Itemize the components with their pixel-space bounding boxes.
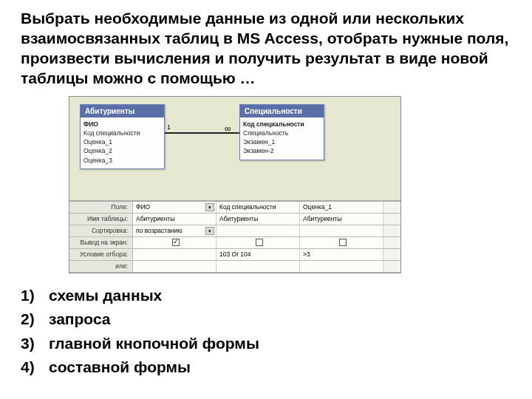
grid-cell[interactable]: >3 [300,249,383,260]
table-box-abiturienty: Абитуриенты ФИО Код специальности Оценка… [80,104,165,170]
field: Специальность [243,129,321,137]
answer-number: 2) [21,307,49,332]
answer-list: 1) схемы данных 2) запроса 3) главной кн… [21,284,511,380]
grid-cell[interactable] [300,225,383,236]
grid-row-sort: Сортировка: по возрастанию▾ [69,225,400,237]
checkbox-icon[interactable] [172,239,180,246]
field-list: Код специальности Специальность Экзамен_… [240,117,324,160]
cell-text: ФИО [136,203,150,211]
answer-number: 4) [21,355,49,380]
answer-option: 3) главной кнопочной формы [21,332,511,356]
cell-text: по возрастанию [136,227,183,234]
answer-number: 3) [21,332,49,356]
access-screenshot: Абитуриенты ФИО Код специальности Оценка… [69,96,401,273]
checkbox-icon[interactable] [339,239,347,246]
grid-label: Вывод на экран: [69,237,133,248]
checkbox-icon[interactable] [256,239,263,246]
question-text: Выбрать необходимые данные из одной или … [21,9,511,89]
grid-label: Условие отбора: [69,249,133,260]
grid-cell[interactable]: 103 Or 104 [216,249,300,260]
query-grid: Поле: ФИО▾ Код специальности Оценка_1 Им… [69,200,400,273]
grid-cell[interactable] [216,237,300,248]
field: Код специальности [243,120,321,129]
relationship-many-label: ∞ [225,123,231,134]
grid-row-or: или: [69,261,400,273]
answer-text: главной кнопочной формы [49,332,259,356]
grid-cell[interactable] [133,237,216,248]
grid-label: Сортировка: [69,225,133,236]
grid-cell[interactable]: Оценка_1 [300,202,383,213]
grid-cell[interactable]: Абитуриенты [133,214,216,225]
grid-row-field: Поле: ФИО▾ Код специальности Оценка_1 [69,202,400,214]
dropdown-icon[interactable]: ▾ [205,203,214,211]
grid-row-show: Вывод на экран: [69,237,400,249]
table-box-specialnosti: Специальности Код специальности Специаль… [239,104,324,160]
answer-text: запроса [49,307,111,332]
field: Экзамен-2 [243,146,321,155]
grid-label: Поле: [69,202,133,213]
grid-cell[interactable] [133,249,216,260]
answer-option: 2) запроса [21,307,511,332]
grid-cell[interactable]: по возрастанию▾ [133,225,216,236]
grid-row-criteria: Условие отбора: 103 Or 104 >3 [69,249,400,261]
table-title: Абитуриенты [81,105,164,117]
grid-label: Имя таблицы: [69,214,133,225]
field: ФИО [83,120,161,129]
field: Оценка_2 [83,146,161,155]
dropdown-icon[interactable]: ▾ [205,227,214,235]
field: Экзамен_1 [243,137,321,146]
field: Оценка_3 [83,156,161,165]
answer-option: 4) составной формы [21,355,511,380]
answer-text: составной формы [49,355,191,380]
grid-label: или: [69,261,133,272]
grid-cell[interactable] [300,237,383,248]
table-title: Специальности [240,105,324,117]
grid-cell[interactable]: Абитуриенты [300,214,383,225]
grid-cell[interactable] [133,261,216,272]
field-list: ФИО Код специальности Оценка_1 Оценка_2 … [81,117,164,169]
answer-text: схемы данных [49,284,162,308]
grid-cell[interactable]: Абитуриенты [216,214,300,225]
relationship-one-label: 1 [167,123,171,131]
grid-cell[interactable] [216,261,300,272]
grid-row-table: Имя таблицы: Абитуриенты Абитуриенты Аби… [69,214,400,225]
relationship-diagram: Абитуриенты ФИО Код специальности Оценка… [69,97,400,200]
grid-cell[interactable]: ФИО▾ [133,202,216,213]
grid-cell[interactable] [300,261,383,272]
answer-option: 1) схемы данных [21,284,511,308]
grid-cell[interactable]: Код специальности [216,202,300,213]
grid-cell[interactable] [216,225,300,236]
field: Код специальности [83,129,161,137]
field: Оценка_1 [83,137,161,146]
answer-number: 1) [21,284,49,308]
